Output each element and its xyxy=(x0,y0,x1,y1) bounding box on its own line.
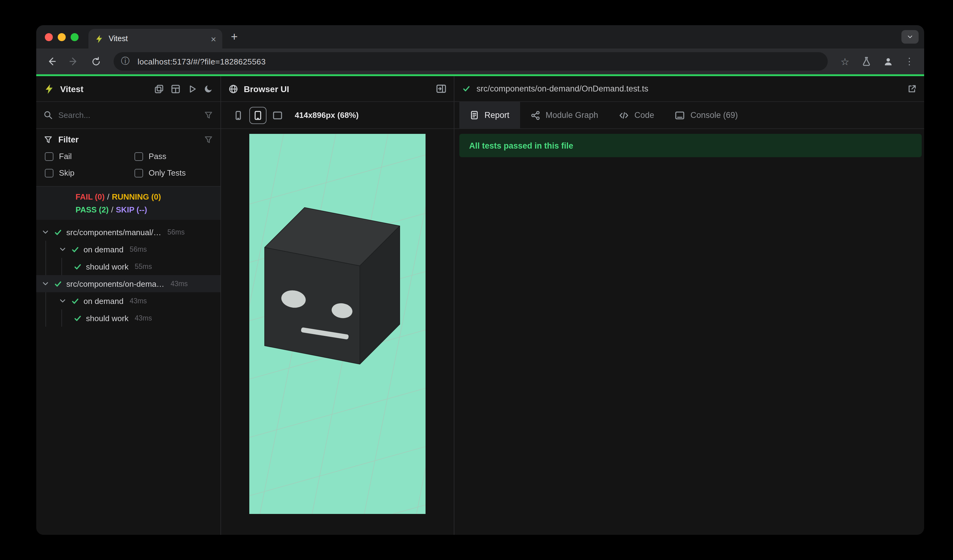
module-graph-icon xyxy=(530,110,540,120)
maximize-window-button[interactable] xyxy=(71,33,79,41)
test-duration: 43ms xyxy=(135,314,152,322)
chevron-down-icon[interactable] xyxy=(41,279,50,288)
run-all-play-icon[interactable] xyxy=(187,84,197,94)
browser-menu-kebab-icon[interactable]: ⋮ xyxy=(901,53,918,70)
site-info-icon[interactable]: ⓘ xyxy=(118,55,132,68)
reload-button[interactable] xyxy=(87,52,105,71)
running-count: RUNNING (0) xyxy=(112,192,161,202)
browser-ui-header: Browser UI xyxy=(221,76,454,102)
bookmark-star-icon[interactable]: ☆ xyxy=(836,53,854,70)
app-title: Vitest xyxy=(60,84,84,94)
forward-button[interactable] xyxy=(64,52,83,71)
threejs-scene xyxy=(249,134,425,514)
device-desktop-button[interactable] xyxy=(269,107,286,124)
tree-row-test[interactable]: should work 43ms xyxy=(36,309,220,327)
profile-avatar-icon[interactable] xyxy=(879,53,897,70)
sidebar-toolbar xyxy=(154,84,213,94)
checkbox[interactable] xyxy=(45,152,53,161)
filter-checkbox-only-tests[interactable]: Only Tests xyxy=(135,168,213,177)
pass-check-icon xyxy=(73,313,82,323)
tab-module-graph[interactable]: Module Graph xyxy=(520,102,608,128)
browser-ui-title: Browser UI xyxy=(244,84,289,94)
filter-section: Filter Fail Pass xyxy=(36,129,220,187)
reload-icon xyxy=(90,56,101,67)
tree-row-file[interactable]: src/components/manual/… 56ms xyxy=(36,223,220,241)
url-bar[interactable]: ⓘ localhost:5173/#/?file=1828625563 xyxy=(113,52,828,71)
report-header: src/components/on-demand/OnDemand.test.t… xyxy=(455,76,924,102)
checkbox-label: Skip xyxy=(59,168,75,177)
open-panel-right-icon[interactable] xyxy=(436,84,446,94)
tab-close-icon[interactable]: × xyxy=(211,34,216,43)
tab-search-button[interactable] xyxy=(902,30,919,43)
report-content: All tests passed in this file xyxy=(455,129,924,535)
filter-reset-icon[interactable] xyxy=(204,135,213,144)
chrome-labs-flask-icon[interactable] xyxy=(858,53,875,70)
chevron-down-icon[interactable] xyxy=(58,245,67,254)
test-duration: 55ms xyxy=(135,263,152,270)
desktop: Vitest × + ⓘ localhost:5173/#/?file=1828… xyxy=(0,0,953,560)
tested-app-viewport[interactable] xyxy=(249,134,425,514)
tablet-icon xyxy=(253,110,263,120)
back-button[interactable] xyxy=(42,52,61,71)
checkbox[interactable] xyxy=(135,152,143,161)
clear-filter-icon[interactable] xyxy=(204,110,213,120)
layout-grid-icon[interactable] xyxy=(171,84,180,94)
summary-line-2: PASS (2)/SKIP (--) xyxy=(76,203,220,216)
close-window-button[interactable] xyxy=(45,33,53,41)
chevron-down-icon[interactable] xyxy=(41,228,50,236)
globe-icon xyxy=(228,84,238,94)
console-icon xyxy=(675,110,685,120)
url-text: localhost:5173/#/?file=1828625563 xyxy=(138,57,265,66)
pass-check-icon xyxy=(71,296,80,306)
sidebar-header: Vitest xyxy=(36,76,220,102)
filter-checkbox-pass[interactable]: Pass xyxy=(135,152,213,161)
browser-window: Vitest × + ⓘ localhost:5173/#/?file=1828… xyxy=(36,25,924,535)
open-in-editor-icon[interactable] xyxy=(907,84,917,94)
filter-header: Filter xyxy=(43,135,213,144)
vitest-logo-icon xyxy=(43,83,55,94)
checkbox[interactable] xyxy=(45,169,53,177)
checkbox[interactable] xyxy=(135,169,143,177)
tab-label: Console (69) xyxy=(691,110,738,120)
report-tabs: Report Module Graph Code Console (69) xyxy=(455,102,924,129)
fail-count: FAIL (0) xyxy=(76,192,105,202)
device-phone-button[interactable] xyxy=(230,107,247,124)
tree-row-suite[interactable]: on demand 43ms xyxy=(36,292,220,309)
report-doc-icon xyxy=(470,110,479,120)
tab-label: Code xyxy=(634,110,654,120)
vitest-favicon-icon xyxy=(95,34,104,43)
tab-report[interactable]: Report xyxy=(459,102,520,128)
tab-console[interactable]: Console (69) xyxy=(665,102,748,128)
device-tablet-button[interactable] xyxy=(249,107,267,124)
test-tree: src/components/manual/… 56ms on demand 5… xyxy=(36,220,220,535)
tab-code[interactable]: Code xyxy=(608,102,665,128)
test-summary: FAIL (0)/RUNNING (0) PASS (2)/SKIP (--) xyxy=(36,187,220,220)
dashboard-windows-icon[interactable] xyxy=(154,84,164,94)
forward-arrow-icon xyxy=(68,56,79,67)
pass-check-icon xyxy=(53,279,63,288)
test-suite-label: on demand xyxy=(84,296,123,306)
tree-row-test[interactable]: should work 55ms xyxy=(36,258,220,275)
phone-icon xyxy=(233,110,243,120)
test-file-path: src/components/on-demand/OnDemand.test.t… xyxy=(476,84,649,93)
browser-ui-panel: Browser UI 414x896px (68%) xyxy=(221,76,455,535)
test-suite-label: on demand xyxy=(84,245,123,254)
minimize-window-button[interactable] xyxy=(58,33,66,41)
viewport-area xyxy=(221,129,454,535)
filter-checkbox-skip[interactable]: Skip xyxy=(45,168,135,177)
new-tab-button[interactable]: + xyxy=(231,30,237,43)
viewport-size-label: 414x896px (68%) xyxy=(295,110,359,120)
browser-tab[interactable]: Vitest × xyxy=(88,29,222,48)
filter-options: Fail Pass Skip Only Tests xyxy=(43,152,213,177)
test-case-label: should work xyxy=(86,262,129,271)
funnel-filter-icon xyxy=(43,135,53,144)
checkbox-label: Pass xyxy=(149,152,166,161)
tree-row-suite[interactable]: on demand 56ms xyxy=(36,241,220,258)
filter-checkbox-fail[interactable]: Fail xyxy=(45,152,135,161)
tree-row-file-selected[interactable]: src/components/on-dema… 43ms xyxy=(36,275,220,292)
search-input[interactable] xyxy=(58,110,198,120)
chevron-down-icon[interactable] xyxy=(58,296,67,305)
filter-title: Filter xyxy=(58,135,79,144)
checkbox-label: Fail xyxy=(59,152,72,161)
dark-mode-moon-icon[interactable] xyxy=(204,84,213,93)
